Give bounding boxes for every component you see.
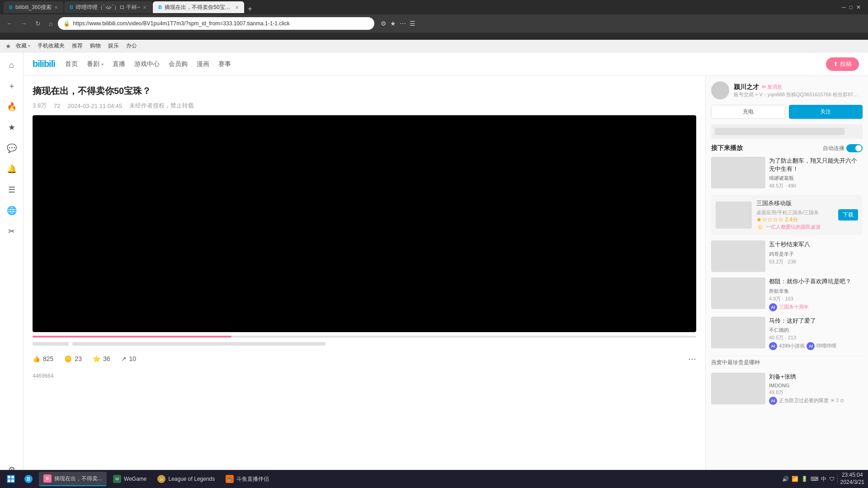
rec-item-1[interactable]: 为了防止翻车，翔又只能先开六个无中生有！ 琅琊诸葛瓶 48.5万 · 490 [711,157,863,189]
rec-badge-4b: 哔哩哔哩 [816,343,836,349]
rec-title-2: 五十秒结束军八 [769,240,863,249]
rec-badge-5: 正当防卫过必要的限度 [779,397,829,404]
back-button[interactable]: ← [4,20,15,27]
message-tag[interactable]: ✉ 发消息 [762,84,782,90]
ai-badge-4b: AI [807,342,815,350]
tab-2-close[interactable]: ✕ [143,5,146,10]
wegame-icon: W [113,475,121,483]
tray-icon-3[interactable]: 🔋 [801,476,808,482]
ai-badge-5: AI [769,397,777,405]
sidebar-star-icon[interactable]: ★ [4,119,20,136]
taskbar-wegame[interactable]: W WeGame [108,472,151,486]
video-progress-bar[interactable] [33,336,696,338]
tab-3-close[interactable]: ✕ [235,5,239,10]
sidebar-fire-icon[interactable]: 🔥 [4,99,20,115]
tab-2[interactable]: B 哔哩哔哩（`·ω·´）ロ 干杯~ ✕ [64,1,152,13]
tray-icon-1[interactable]: 🔊 [782,476,789,482]
settings-icon[interactable]: ☰ [410,20,415,27]
address-bar[interactable]: 🔒 https://www.bilibili.com/video/BV1pu4m… [58,17,374,30]
publish-date: 2024-03-21 11:04:45 [68,103,123,109]
rec-item-5[interactable]: 刘备+张绣 IMDONG 49.8万 AI 正当防卫过必要的限度 ✕ 3 ⊙ [711,373,863,405]
rec-item-2[interactable]: 五十秒结束军八 鸡哥是羊子 53.2万 · 238 [711,240,863,272]
star-icon: ⭐ [93,355,100,362]
taskbar-icons: 🔊 📶 🔋 ⌨ 中 🛡 [782,475,835,483]
rec-title-4: 马伶：这好了爱了 [769,317,863,325]
new-tab-button[interactable]: + [245,5,255,13]
more-options-button[interactable]: ⋯ [688,354,696,364]
svg-rect-2 [8,479,10,482]
sidebar-globe-icon[interactable]: 🌐 [4,202,20,219]
sidebar-add-icon[interactable]: ＋ [4,78,20,94]
title-bar: B bilibili_360搜索 ✕ B 哔哩哔哩（`·ω·´）ロ 干杯~ ✕ … [0,0,868,14]
nav-game[interactable]: 游戏中心 [133,58,160,70]
bookmark-2[interactable]: 手机收藏夹 [35,41,67,51]
rec-item-3[interactable]: 都阻：就你小子喜欢蹲坑是吧？ 所欲非鱼 4.9万 · 103 AI 三国杀十周年 [711,277,863,311]
taskbar-lol[interactable]: ⚔ League of Legends [153,472,219,486]
taskbar-browser[interactable]: B [20,472,37,486]
window-maximize[interactable]: □ [849,4,853,10]
share-button[interactable]: ↗ 10 [121,355,137,362]
nav-esports[interactable]: 赛事 [217,58,232,70]
nav-home[interactable]: 首页 [64,58,79,70]
bookmark-4[interactable]: 购物 [87,41,104,51]
rec-thumb-2 [711,240,765,272]
security-icon[interactable]: 🛡 [829,476,835,482]
bookmark-5[interactable]: 娱乐 [105,41,122,51]
extensions-icon[interactable]: ⚙ [381,20,387,27]
bottom-number: 4469664 [33,373,696,379]
tray-icon-4[interactable]: ⌨ [811,476,818,482]
toggle-switch[interactable] [846,144,863,152]
follow-button[interactable]: 关注 [789,105,863,119]
video-actions: 👍 825 🪙 23 ⭐ 36 ↗ 10 ⋯ [33,348,696,369]
like-button[interactable]: 👍 825 [33,355,53,362]
ad-download-button[interactable]: 下载 [838,209,858,221]
bilibili-logo[interactable]: bilibili [33,59,55,69]
rec-meta-3: 4.9万 · 103 [769,296,863,302]
nav-manga[interactable]: 漫画 [196,58,210,70]
favorite-button[interactable]: ⭐ 36 [93,355,110,362]
video-player[interactable] [33,115,696,332]
forward-button[interactable]: → [18,20,30,27]
nav-bangumi[interactable]: 番剧 ▾ [86,58,104,70]
nav-vip[interactable]: 会员购 [168,58,189,70]
pearl-banner: 燕窝中最珍贵是哪种 [711,356,863,369]
ai-badge-3: AI [769,303,777,311]
taskbar-douyu[interactable]: 🐟 斗鱼直播伴侣 [221,472,274,486]
auto-play-toggle[interactable]: 自动连播 [823,144,863,152]
bookmark-6[interactable]: 办公 [123,41,140,51]
start-button[interactable] [4,472,18,486]
tab-3[interactable]: B 摘现在出，不得卖你50宝珠？ ✕ [153,1,244,13]
rec-item-4[interactable]: 马伶：这好了爱了 不仁德的 40.5万 · 213 AI 4399小游戏 AI … [711,317,863,350]
tab-1-close[interactable]: ✕ [54,5,58,10]
next-up-header: 接下来播放 自动连播 [711,144,863,152]
taskbar-clock[interactable]: 23:45:04 2024/3/21 [840,472,864,486]
window-close[interactable]: ✕ [856,4,861,10]
cn-input[interactable]: 中 [821,475,826,483]
sidebar-home-icon[interactable]: ⌂ [4,57,20,73]
nav-live[interactable]: 直播 [112,58,126,70]
rec-info-5: 刘备+张绣 IMDONG 49.8万 AI 正当防卫过必要的限度 ✕ 3 ⊙ [769,373,863,405]
window-minimize[interactable]: ─ [842,4,846,10]
browser-icon: B [24,475,33,483]
menu-icon[interactable]: ⋯ [400,20,406,27]
sidebar-scissors-icon[interactable]: ✂ [4,223,20,239]
rec-author-4: 不仁德的 [769,327,863,333]
sidebar-chat-icon[interactable]: 💬 [4,140,20,156]
bookmark-icon[interactable]: ★ [390,20,396,27]
taskbar-right: 🔊 📶 🔋 ⌨ 中 🛡 23:45:04 2024/3/21 [782,472,864,486]
bookmarks-bar: ★ 收藏 ▾ 手机收藏夹 推荐 购物 娱乐 办公 [0,40,868,52]
coin-button[interactable]: 🪙 23 [64,355,82,362]
tab-1[interactable]: B bilibili_360搜索 ✕ [4,1,63,13]
refresh-button[interactable]: ↻ [33,20,43,27]
taskbar-bilibili-tab[interactable]: B 摘现在出，不得卖... [39,472,107,486]
bookmark-1[interactable]: 收藏 ▾ [13,41,33,51]
charge-button[interactable]: 充电 [711,105,785,119]
rec-title-3: 都阻：就你小子喜欢蹲坑是吧？ [769,277,863,286]
sidebar-bell-icon[interactable]: 🔔 [4,161,20,177]
taskbar-wegame-label: WeGame [124,476,146,482]
bookmark-3[interactable]: 推荐 [69,41,85,51]
sidebar-list-icon[interactable]: ☰ [4,182,20,198]
tray-icon-2[interactable]: 📶 [792,476,798,482]
upload-button[interactable]: ⬆ 投稿 [826,57,859,71]
home-button[interactable]: ⌂ [46,20,55,27]
